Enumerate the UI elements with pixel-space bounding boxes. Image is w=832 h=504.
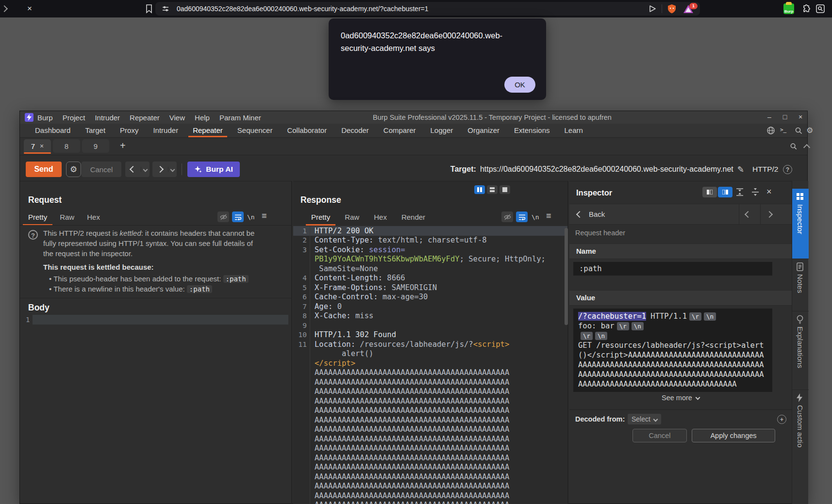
newline-toggle-icon[interactable]: \n: [532, 213, 539, 221]
repeater-tab-7[interactable]: 7×: [24, 139, 51, 153]
dock-tab-explanations[interactable]: Explanations: [792, 311, 809, 390]
word-wrap-icon[interactable]: [516, 211, 528, 222]
history-back-button[interactable]: [125, 167, 141, 172]
protocol-help-icon[interactable]: ?: [783, 165, 792, 174]
tab-collaborator[interactable]: Collaborator: [280, 124, 334, 137]
see-more-button[interactable]: See more: [569, 394, 792, 406]
minimize-button[interactable]: –: [765, 111, 774, 123]
url-bar[interactable]: 0ad600940352c28e82dea6e000240060.web-sec…: [155, 2, 700, 16]
extensions-puzzle-icon[interactable]: [801, 4, 811, 14]
value-field[interactable]: /?cachebuster=1 HTTP/1.1\r\nfoo: bar\r\n…: [573, 309, 772, 392]
edit-target-pencil-icon[interactable]: ✎: [737, 164, 744, 175]
back-chevron-icon[interactable]: [576, 211, 583, 218]
close-tab-icon[interactable]: ×: [27, 4, 32, 13]
repeater-tab-8[interactable]: 8: [53, 139, 80, 153]
tab-comparer[interactable]: Comparer: [376, 124, 423, 137]
collapse-all-icon[interactable]: [750, 188, 760, 196]
dock-tab-inspector[interactable]: Inspector: [792, 189, 809, 259]
new-repeater-tab-button[interactable]: +: [120, 140, 126, 151]
maximize-button[interactable]: □: [781, 111, 789, 123]
next-item-icon[interactable]: [766, 211, 773, 218]
response-editor[interactable]: 1HTTP/2 200 OK2Content-Type: text/html; …: [293, 226, 567, 504]
tab-hex[interactable]: Hex: [374, 213, 387, 221]
settings-gear-icon[interactable]: ⚙: [806, 126, 813, 135]
menu-item-param-miner[interactable]: Param Miner: [219, 114, 261, 122]
send-icon[interactable]: [648, 4, 657, 13]
close-tab-icon[interactable]: ×: [40, 142, 44, 150]
dock-tab-notes[interactable]: Notes: [792, 259, 809, 311]
tab-render[interactable]: Render: [401, 213, 425, 221]
history-forward-dropdown[interactable]: [168, 168, 177, 171]
bookmark-icon[interactable]: [145, 4, 153, 14]
tab-logger[interactable]: Logger: [423, 124, 461, 137]
value-section-bar[interactable]: Value: [569, 290, 792, 306]
browser-globe-icon[interactable]: [766, 126, 775, 135]
repeater-tab-label: 7: [31, 142, 35, 150]
burp-ai-button[interactable]: Burp AI: [187, 162, 240, 177]
alert-triangle-icon[interactable]: 1: [683, 5, 693, 13]
search-icon[interactable]: [795, 127, 803, 135]
send-settings-gear-icon[interactable]: ⚙: [66, 162, 81, 177]
tab-raw[interactable]: Raw: [345, 213, 359, 221]
tab-target[interactable]: Target: [78, 124, 113, 137]
ok-button[interactable]: OK: [504, 77, 535, 93]
burp-extension-icon[interactable]: Burp: [783, 3, 794, 14]
name-section-bar[interactable]: Name: [569, 244, 792, 259]
collapse-chevron-icon[interactable]: [803, 144, 810, 151]
tab-learn[interactable]: Learn: [557, 124, 590, 137]
back-button[interactable]: Back: [589, 204, 605, 224]
repeater-tab-9[interactable]: 9: [82, 139, 109, 153]
hide-nonprintable-icon[interactable]: [217, 211, 229, 222]
prev-item-icon[interactable]: [745, 211, 751, 218]
expand-all-icon[interactable]: [735, 188, 745, 196]
tab-proxy[interactable]: Proxy: [113, 124, 146, 137]
word-wrap-icon[interactable]: [232, 211, 244, 222]
inspector-cancel-button[interactable]: Cancel: [632, 429, 687, 442]
tab-decoder[interactable]: Decoder: [334, 124, 376, 137]
tab-pretty[interactable]: Pretty: [28, 213, 47, 221]
newline-toggle-icon[interactable]: \n: [247, 213, 255, 221]
menu-item-intruder[interactable]: Intruder: [95, 114, 120, 122]
menu-item-view[interactable]: View: [169, 114, 185, 122]
terminal-icon[interactable]: >_: [780, 127, 786, 133]
tab-search-icon[interactable]: [815, 4, 825, 14]
layout-rows-icon[interactable]: [487, 185, 498, 194]
layout-single-icon[interactable]: [499, 185, 510, 194]
menu-item-repeater[interactable]: Repeater: [130, 114, 160, 122]
inspector-layout-left-icon[interactable]: [702, 187, 717, 197]
tab-organizer[interactable]: Organizer: [460, 124, 507, 137]
tab-raw[interactable]: Raw: [60, 213, 74, 221]
history-forward-button[interactable]: [152, 167, 168, 172]
add-decoding-icon[interactable]: +: [777, 415, 786, 424]
apply-changes-button[interactable]: Apply changes: [692, 429, 775, 442]
tab-pretty[interactable]: Pretty: [311, 213, 330, 221]
close-inspector-icon[interactable]: ×: [766, 187, 772, 197]
tab-hex[interactable]: Hex: [87, 213, 100, 221]
burp-shield-icon[interactable]: [667, 4, 677, 14]
tab-sequencer[interactable]: Sequencer: [230, 124, 280, 137]
send-button[interactable]: Send: [26, 162, 62, 177]
site-settings-icon[interactable]: [161, 4, 170, 13]
cancel-button[interactable]: Cancel: [82, 162, 121, 177]
tab-dashboard[interactable]: Dashboard: [28, 124, 78, 137]
forward-chevron-icon[interactable]: [1, 5, 8, 12]
response-scrollbar[interactable]: [565, 228, 568, 325]
inspector-layout-right-icon[interactable]: [718, 187, 732, 197]
tab-search-icon[interactable]: [790, 143, 798, 150]
menu-item-help[interactable]: Help: [195, 114, 210, 122]
menu-item-burp[interactable]: Burp: [37, 114, 53, 122]
tab-repeater[interactable]: Repeater: [185, 124, 230, 137]
history-back-dropdown[interactable]: [141, 168, 150, 171]
close-window-button[interactable]: ×: [796, 111, 805, 123]
dock-tab-custom-actio[interactable]: Custom actio: [792, 390, 809, 504]
tab-extensions[interactable]: Extensions: [507, 124, 557, 137]
hide-nonprintable-icon[interactable]: [501, 211, 513, 222]
editor-menu-icon[interactable]: ≡: [546, 211, 551, 221]
body-editor-line[interactable]: [33, 315, 288, 325]
decoded-from-select[interactable]: Select: [628, 414, 661, 424]
menu-item-project[interactable]: Project: [63, 114, 85, 122]
name-field[interactable]: :path: [573, 262, 772, 276]
layout-columns-icon[interactable]: [474, 185, 485, 194]
editor-menu-icon[interactable]: ≡: [262, 211, 267, 221]
tab-intruder[interactable]: Intruder: [146, 124, 185, 137]
